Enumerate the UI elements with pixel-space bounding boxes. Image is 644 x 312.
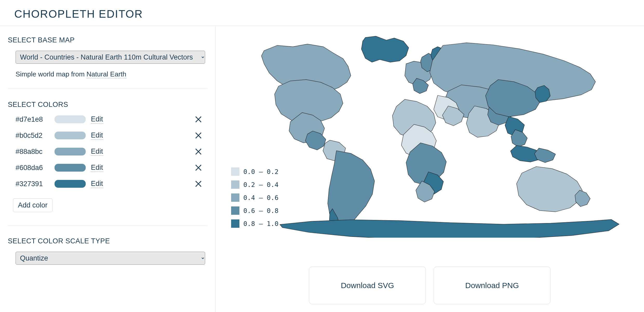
basemap-hint-text: Simple world map from <box>16 70 86 78</box>
close-icon[interactable] <box>194 180 202 188</box>
close-icon[interactable] <box>194 115 202 123</box>
color-hex: #327391 <box>16 180 49 188</box>
close-icon[interactable] <box>194 148 202 155</box>
colors-title: SELECT COLORS <box>8 101 207 109</box>
color-swatch[interactable] <box>55 164 86 172</box>
color-hex: #88a8bc <box>16 148 49 156</box>
legend-swatch <box>231 180 239 189</box>
legend-swatch <box>231 167 239 176</box>
legend-label: 0.6 – 0.8 <box>243 207 278 214</box>
header: CHOROPLETH EDITOR <box>0 0 644 26</box>
close-icon[interactable] <box>194 132 202 139</box>
download-row: Download SVG Download PNG <box>229 266 631 304</box>
basemap-title: SELECT BASE MAP <box>8 36 207 44</box>
basemap-hint: Simple world map from Natural Earth <box>16 70 207 78</box>
legend-row: 0.0 – 0.2 <box>231 167 278 176</box>
basemap-select-wrap: World - Countries - Natural Earth 110m C… <box>16 51 207 64</box>
edit-color-link[interactable]: Edit <box>91 164 103 172</box>
scale-select[interactable]: Quantize <box>16 252 205 265</box>
content: SELECT BASE MAP World - Countries - Natu… <box>0 26 644 312</box>
edit-color-link[interactable]: Edit <box>91 147 103 156</box>
edit-color-link[interactable]: Edit <box>91 131 103 140</box>
legend-row: 0.8 – 1.0 <box>231 219 278 228</box>
basemap-select[interactable]: World - Countries - Natural Earth 110m C… <box>16 51 205 64</box>
map-legend: 0.0 – 0.2 0.2 – 0.4 0.4 – 0.6 0.6 – 0.8 <box>231 167 278 232</box>
color-row: #b0c5d2 Edit <box>16 131 207 140</box>
color-hex: #d7e1e8 <box>16 115 49 124</box>
legend-label: 0.8 – 1.0 <box>243 220 278 228</box>
legend-swatch <box>231 206 239 215</box>
legend-row: 0.2 – 0.4 <box>231 180 278 189</box>
page-title: CHOROPLETH EDITOR <box>14 8 644 20</box>
color-swatch[interactable] <box>55 148 86 155</box>
scale-section: SELECT COLOR SCALE TYPE Quantize <box>8 237 207 265</box>
close-icon[interactable] <box>194 164 202 172</box>
edit-color-link[interactable]: Edit <box>91 180 103 188</box>
color-swatch[interactable] <box>55 180 86 188</box>
divider <box>8 89 207 89</box>
download-svg-button[interactable]: Download SVG <box>309 266 426 304</box>
legend-label: 0.2 – 0.4 <box>243 181 278 188</box>
color-row: #608da6 Edit <box>16 164 207 172</box>
sidebar: SELECT BASE MAP World - Countries - Natu… <box>0 26 216 312</box>
legend-row: 0.6 – 0.8 <box>231 206 278 215</box>
natural-earth-link[interactable]: Natural Earth <box>86 70 126 78</box>
legend-swatch <box>231 219 239 228</box>
app-container: CHOROPLETH EDITOR SELECT BASE MAP World … <box>0 0 644 312</box>
legend-label: 0.0 – 0.2 <box>243 168 278 176</box>
basemap-section: SELECT BASE MAP World - Countries - Natu… <box>8 36 207 78</box>
add-color-button[interactable]: Add color <box>13 198 52 212</box>
main-panel: 0.0 – 0.2 0.2 – 0.4 0.4 – 0.6 0.6 – 0.8 <box>216 26 644 312</box>
color-row: #d7e1e8 Edit <box>16 115 207 124</box>
map-area: 0.0 – 0.2 0.2 – 0.4 0.4 – 0.6 0.6 – 0.8 <box>229 35 631 259</box>
choropleth-map[interactable] <box>229 35 631 238</box>
download-png-button[interactable]: Download PNG <box>434 266 551 304</box>
edit-color-link[interactable]: Edit <box>91 115 103 124</box>
color-swatch[interactable] <box>55 115 86 123</box>
color-swatch[interactable] <box>55 132 86 139</box>
legend-row: 0.4 – 0.6 <box>231 193 278 202</box>
legend-swatch <box>231 193 239 202</box>
color-hex: #b0c5d2 <box>16 132 49 140</box>
divider <box>8 225 207 225</box>
color-row: #88a8bc Edit <box>16 147 207 156</box>
legend-label: 0.4 – 0.6 <box>243 194 278 202</box>
colors-section: SELECT COLORS #d7e1e8 Edit #b0c5d2 Edit <box>8 101 207 225</box>
scale-title: SELECT COLOR SCALE TYPE <box>8 237 207 245</box>
color-hex: #608da6 <box>16 164 49 172</box>
color-row: #327391 Edit <box>16 180 207 188</box>
